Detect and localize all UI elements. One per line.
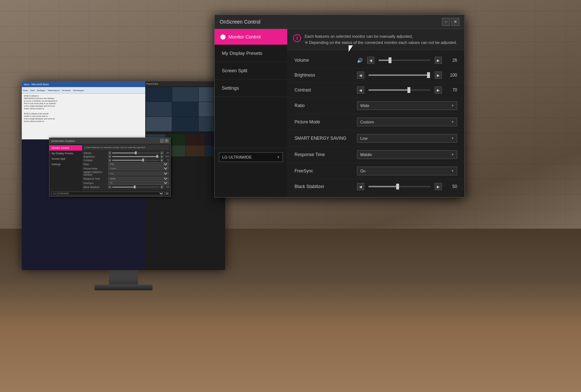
small-brightness-slider[interactable] (112, 156, 159, 157)
contrast-slider[interactable] (369, 89, 430, 91)
small-osc-titlebar: OnScreen Control − ✕ (49, 138, 170, 144)
small-picture-mode-label: Picture Mode (84, 167, 107, 170)
ratio-row: Ratio Wide 4:3 Original Cinema 1 Cinema … (287, 98, 464, 114)
small-black-stabilizer-increase[interactable]: ▶ (161, 185, 163, 188)
sidebar-settings-label: Settings (222, 85, 239, 91)
small-smart-energy-label: SMART ENERGY SAVING (84, 171, 107, 176)
black-stabilizer-increase-btn[interactable]: ▶ (435, 183, 442, 190)
monitor-control-icon (220, 34, 226, 40)
small-freesync-select[interactable]: On (108, 181, 169, 185)
small-volume-value: 26 (164, 152, 169, 154)
photo-small (186, 134, 205, 145)
small-response-time-select[interactable]: Middle (108, 177, 169, 180)
small-black-stabilizer-decrease[interactable]: ◀ (108, 185, 111, 188)
volume-decrease-btn[interactable]: ◀ (367, 57, 374, 64)
small-brightness-decrease[interactable]: ◀ (108, 155, 111, 158)
black-stabilizer-decrease-btn[interactable]: ◀ (357, 183, 364, 190)
photo-thumb (172, 87, 198, 102)
small-osc-close-btn[interactable]: ✕ (165, 139, 168, 143)
info-icon: ℹ (293, 34, 301, 42)
monitor-base (94, 285, 153, 290)
brightness-increase-btn[interactable]: ▶ (435, 72, 442, 79)
small-picture-mode-select[interactable]: Custom (108, 167, 169, 170)
small-black-stabilizer-label: Black Stabilizer (84, 186, 107, 188)
small-black-stabilizer-row: Black Stabilizer ◀ ▶ 50 (84, 185, 169, 188)
small-sidebar-item-settings[interactable]: Settings (49, 162, 82, 167)
small-osc-titlebar-buttons: − ✕ (160, 139, 168, 143)
main-monitor-select[interactable]: LG ULTRAWIDE (219, 152, 283, 162)
picture-mode-select[interactable]: Custom Vivid HDR Effect Reader Cinema (357, 118, 457, 126)
volume-slider[interactable] (379, 60, 430, 61)
small-volume-slider[interactable] (112, 152, 159, 154)
brightness-decrease-btn[interactable]: ◀ (357, 72, 364, 79)
small-osc-footer: LG ULTRAWIDE ▼ (49, 191, 170, 196)
picture-mode-row: Picture Mode Custom Vivid HDR Effect Rea… (287, 114, 464, 130)
sidebar-item-my-display-presets[interactable]: My Display Presets (215, 45, 287, 62)
small-ratio-row: Ratio Wide (84, 162, 169, 166)
small-brightness-row: Brightness ◀ ▶ 100 (84, 155, 169, 158)
small-monitor-select[interactable]: LG ULTRAWIDE (51, 192, 164, 195)
small-osc-minimize-btn[interactable]: − (160, 139, 164, 143)
ratio-select[interactable]: Wide 4:3 Original Cinema 1 Cinema 2 1:1 (357, 101, 457, 110)
main-osc-close-btn[interactable]: ✕ (451, 18, 459, 26)
small-photos-grid (145, 86, 225, 132)
small-volume-increase[interactable]: ▶ (161, 151, 163, 154)
sidebar-item-monitor-control[interactable]: Monitor Control (215, 29, 287, 45)
small-sidebar-item-display-presets[interactable]: My Display Presets (49, 151, 82, 156)
small-volume-label: Volume (84, 152, 107, 154)
small-contrast-decrease[interactable]: ◀ (108, 159, 111, 162)
photo-thumb (172, 117, 198, 131)
small-contrast-slider[interactable] (112, 160, 159, 161)
main-osc-minimize-btn[interactable]: − (442, 18, 450, 26)
black-stabilizer-label: Black Stabilizer (294, 184, 353, 189)
small-smart-energy-select[interactable]: Low (108, 172, 169, 175)
small-sidebar-item-monitor-control[interactable]: Monitor Control (49, 145, 82, 151)
small-volume-row: Volume ◀ ▶ 26 (84, 151, 169, 154)
brightness-slider[interactable] (369, 74, 430, 76)
sidebar-item-settings[interactable]: Settings (215, 79, 287, 97)
small-contrast-increase[interactable]: ▶ (161, 159, 163, 162)
freesync-select[interactable]: On Off (357, 167, 457, 175)
freesync-row: FreeSync On Off (287, 163, 464, 179)
sidebar-item-screen-split[interactable]: Screen Split (215, 62, 287, 79)
small-response-time-row: Response Time Middle (84, 177, 169, 180)
brightness-label: Brightness (294, 73, 353, 78)
black-stabilizer-value: 50 (446, 184, 457, 189)
small-black-stabilizer-slider[interactable] (112, 187, 159, 188)
control-rows-area: Volume 🔊 ◀ ▶ 26 Brightness ◀ (287, 50, 464, 197)
volume-value: 26 (446, 58, 457, 63)
contrast-decrease-btn[interactable]: ◀ (357, 86, 364, 94)
response-time-label: Response Time (294, 152, 353, 157)
small-brightness-increase[interactable]: ▶ (161, 155, 163, 158)
small-osc-sidebar: Monitor Control My Display Presets Scree… (49, 144, 82, 191)
volume-icon: 🔊 (357, 58, 363, 63)
ratio-select-wrapper: Wide 4:3 Original Cinema 1 Cinema 2 1:1 (357, 101, 457, 110)
small-smart-energy-row: SMART ENERGY SAVING Low (84, 171, 169, 176)
small-freesync-row: FreeSync On (84, 181, 169, 185)
small-volume-decrease[interactable]: ◀ (108, 151, 111, 154)
volume-label: Volume (294, 58, 353, 63)
sidebar-display-presets-label: My Display Presets (222, 50, 262, 56)
black-stabilizer-slider[interactable] (369, 186, 430, 187)
volume-increase-btn[interactable]: ▶ (435, 57, 442, 64)
small-osc-window: OnScreen Control − ✕ Monitor Control My … (49, 138, 171, 197)
main-osc-titlebar: OnScreen Control − ✕ (215, 15, 464, 29)
freesync-select-wrapper: On Off (357, 167, 457, 175)
main-osc-window: OnScreen Control − ✕ Monitor Control My … (214, 15, 465, 197)
small-monitor-select-arrow[interactable]: ▼ (166, 192, 168, 195)
picture-mode-label: Picture Mode (294, 119, 353, 124)
main-osc-sidebar: Monitor Control My Display Presets Scree… (215, 29, 287, 197)
contrast-increase-btn[interactable]: ▶ (435, 86, 442, 94)
small-black-stabilizer-value: 50 (164, 186, 169, 188)
main-osc-body: Monitor Control My Display Presets Scree… (215, 29, 464, 197)
small-ratio-select[interactable]: Wide (108, 162, 169, 166)
photo-thumb (146, 117, 172, 131)
small-monitor-screen: .docx - Microsoft Word ✕ Datei Start Ein… (22, 81, 225, 270)
main-osc-info-bar: ℹ Each features on selected monitor can … (287, 29, 464, 50)
volume-row: Volume 🔊 ◀ ▶ 26 (287, 53, 464, 68)
smart-energy-select[interactable]: Low Off High Auto (357, 134, 457, 143)
small-contrast-row: Contrast ◀ ▶ 70 (84, 159, 169, 162)
response-time-select[interactable]: Middle Fast Faster Normal (357, 150, 457, 159)
small-sidebar-item-screen-split[interactable]: Screen Split (49, 156, 82, 162)
sidebar-screen-split-label: Screen Split (222, 68, 247, 73)
